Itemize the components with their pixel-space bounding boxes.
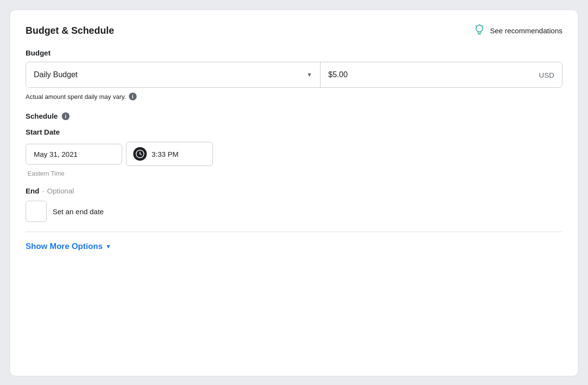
divider bbox=[26, 232, 562, 232]
svg-point-0 bbox=[476, 25, 483, 32]
start-time-field[interactable]: 3:33 PM bbox=[126, 142, 213, 166]
card-title: Budget & Schedule bbox=[26, 25, 114, 36]
budget-label: Budget bbox=[26, 49, 562, 57]
budget-helper: Actual amount spent daily may vary. i bbox=[26, 93, 562, 100]
show-more-label: Show More Options bbox=[26, 242, 103, 251]
start-date-label: Start Date bbox=[26, 128, 562, 136]
start-date-field[interactable]: May 31, 2021 bbox=[26, 144, 122, 165]
svg-line-4 bbox=[483, 26, 483, 26]
budget-info-icon[interactable]: i bbox=[129, 93, 137, 100]
budget-section: Budget Daily Budget ▼ $5.00 USD Actual a… bbox=[26, 49, 562, 100]
budget-schedule-card: Budget & Schedule See recommendations Bu… bbox=[10, 10, 578, 376]
end-label: End bbox=[26, 187, 39, 195]
end-header: End · Optional bbox=[26, 187, 562, 195]
schedule-info-icon[interactable]: i bbox=[62, 112, 70, 120]
set-end-date-label: Set an end date bbox=[53, 207, 104, 216]
recommendations-label: See recommendations bbox=[490, 27, 562, 35]
helper-text-content: Actual amount spent daily may vary. bbox=[26, 93, 126, 100]
optional-label: Optional bbox=[47, 187, 74, 195]
set-end-date-row: Set an end date bbox=[26, 201, 562, 222]
end-section: End · Optional Set an end date bbox=[26, 187, 562, 222]
schedule-label: Schedule bbox=[26, 112, 58, 120]
budget-amount-field[interactable]: $5.00 USD bbox=[321, 62, 562, 87]
date-time-row: May 31, 2021 3:33 PM bbox=[26, 142, 562, 166]
schedule-section: Schedule i Start Date May 31, 2021 3:33 … bbox=[26, 112, 562, 222]
timezone-label: Eastern Time bbox=[28, 170, 562, 177]
recommendations-link[interactable]: See recommendations bbox=[473, 24, 562, 37]
budget-currency: USD bbox=[539, 71, 554, 79]
bulb-icon bbox=[473, 24, 486, 37]
svg-line-3 bbox=[476, 26, 476, 26]
show-more-options-button[interactable]: Show More Options ▼ bbox=[26, 242, 112, 251]
start-time-value: 3:33 PM bbox=[152, 150, 179, 158]
schedule-header: Schedule i bbox=[26, 112, 562, 120]
budget-type-value: Daily Budget bbox=[34, 70, 78, 79]
end-dot: · bbox=[42, 187, 44, 195]
clock-icon bbox=[133, 147, 147, 161]
svg-line-7 bbox=[140, 154, 141, 155]
set-end-date-checkbox[interactable] bbox=[26, 201, 47, 222]
dropdown-arrow-icon: ▼ bbox=[307, 71, 312, 78]
card-header: Budget & Schedule See recommendations bbox=[26, 24, 562, 37]
budget-amount-value: $5.00 bbox=[328, 70, 348, 79]
budget-type-dropdown[interactable]: Daily Budget ▼ bbox=[26, 62, 321, 87]
budget-row: Daily Budget ▼ $5.00 USD bbox=[26, 62, 562, 88]
show-more-arrow-icon: ▼ bbox=[106, 243, 112, 250]
